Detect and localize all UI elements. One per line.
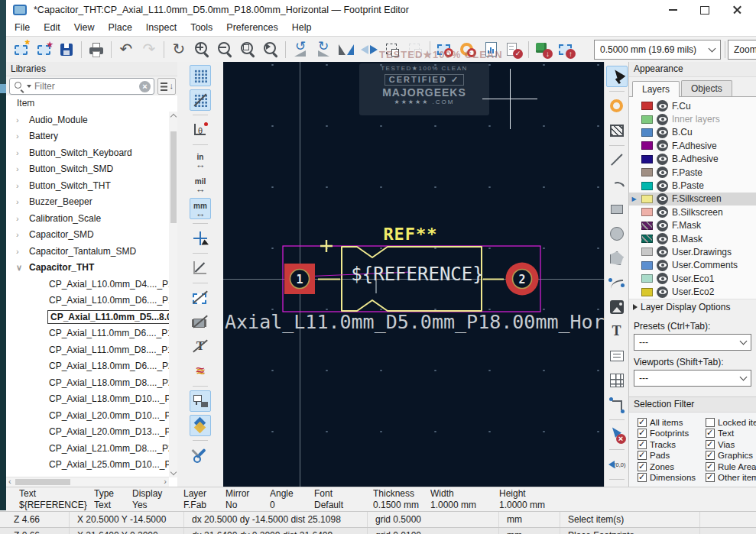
rectangle-tool-button[interactable] (606, 199, 628, 220)
list-item[interactable]: CP_Axial_L10.0mm_D4...._P15.00mm (6, 276, 177, 293)
grid-dots-button[interactable] (190, 65, 211, 86)
list-item[interactable]: CP_Axial_L10.0mm_D6...._P15.00mm (6, 293, 177, 309)
tree-expand-icon[interactable]: › (16, 197, 25, 206)
scroll-right-icon[interactable]: › (164, 477, 167, 486)
list-item[interactable]: CP_Axial_L11.0mm_D5...8.00mm_H (6, 309, 177, 325)
arc-tool-button[interactable] (606, 174, 628, 196)
filter-vias[interactable]: Vias (706, 440, 756, 449)
layer-row-inner-layers[interactable]: Inner layers (629, 112, 756, 125)
sketch-graphics-button[interactable] (190, 361, 211, 382)
clear-filter-icon[interactable] (139, 81, 151, 92)
list-item[interactable]: ›Button_Switch_Keyboard (6, 144, 177, 161)
layer-row-user-eco2[interactable]: User.Eco2 (629, 285, 756, 298)
list-item[interactable]: CP_Axial_L11.0mm_D8...._P15.00mm (6, 341, 177, 358)
menu-tools[interactable]: Tools (183, 20, 219, 36)
tree-collapse-icon[interactable]: ∨ (16, 263, 25, 273)
filter-input[interactable] (33, 80, 138, 92)
layer-color-swatch[interactable] (641, 115, 653, 124)
scrollbar-thumb[interactable] (170, 131, 177, 223)
list-item[interactable]: ›Button_Switch_THT (6, 177, 177, 194)
viewports-select[interactable]: --- (634, 370, 751, 387)
crosshair-cursor-button[interactable] (190, 228, 211, 249)
units-mil-button[interactable]: mil (190, 173, 211, 195)
flip-vertical-button[interactable] (335, 38, 358, 61)
search-options-caret-icon[interactable] (27, 85, 31, 88)
filter-pads[interactable]: Pads (638, 451, 706, 460)
visibility-eye-icon[interactable] (657, 114, 668, 125)
sketch-text-button[interactable] (190, 336, 211, 358)
scrollbar-thumb[interactable] (15, 479, 70, 485)
layer-display-options[interactable]: Layer Display Options (629, 299, 756, 315)
visibility-eye-icon[interactable] (657, 193, 668, 205)
list-item[interactable]: ›Buzzer_Beeper (6, 194, 177, 211)
redo-button[interactable] (138, 38, 161, 61)
layer-color-swatch[interactable] (641, 208, 653, 216)
undo-button[interactable] (115, 38, 138, 61)
select-tool-button[interactable] (606, 66, 628, 87)
layer-row-b-silkscreen[interactable]: B.Silkscreen (629, 206, 756, 218)
menu-inspect[interactable]: Inspect (139, 20, 183, 36)
rotate-cw-button[interactable] (312, 38, 335, 61)
tree-horizontal-scrollbar[interactable]: ‹ › (6, 477, 169, 487)
zoom-in-button[interactable] (190, 38, 213, 61)
list-item[interactable]: CP_Axial_L18.0mm_D6...._P25.00mm (6, 358, 177, 375)
checkbox-unchecked-icon[interactable] (706, 418, 715, 427)
footprint-name-text[interactable]: Axial_L11.0mm_D5.0mm_P18.00mm_Horizo (225, 311, 604, 333)
filter-text[interactable]: Text (706, 429, 756, 438)
sort-button[interactable] (157, 78, 176, 95)
sketch-pads-button[interactable] (190, 312, 211, 333)
visibility-eye-icon[interactable] (657, 167, 668, 178)
list-item[interactable]: CP_Axial_L20.0mm_D13..._P26.00mm (6, 424, 177, 441)
visibility-eye-icon[interactable] (657, 154, 668, 165)
layer-row-b-cu[interactable]: B.Cu (629, 126, 756, 139)
list-item[interactable]: ›Battery (6, 128, 177, 145)
zoom-selection-button[interactable] (259, 38, 282, 61)
rule-area-tool-button[interactable] (606, 120, 628, 141)
circle-tool-button[interactable] (606, 223, 628, 244)
list-item[interactable]: ›Capacitor_Tantalum_SMD (6, 243, 177, 260)
sketch-footprints-button[interactable] (190, 287, 211, 309)
text-tool-button[interactable] (606, 321, 628, 342)
tab-objects[interactable]: Objects (681, 80, 732, 96)
layer-row-f-silkscreen[interactable]: ▶F.Silkscreen (629, 193, 756, 206)
tree-expand-icon[interactable]: › (16, 148, 25, 157)
layer-row-b-mask[interactable]: B.Mask (629, 232, 756, 245)
properties-panel-button[interactable] (190, 390, 211, 412)
list-item[interactable]: ›Audio_Module (6, 112, 177, 128)
zoom-fit-button[interactable] (236, 38, 259, 61)
visibility-eye-icon[interactable] (657, 286, 668, 298)
layer-color-swatch[interactable] (641, 261, 653, 270)
new-footprint-button[interactable] (9, 38, 32, 61)
zoom-select[interactable]: Zoom (728, 40, 756, 60)
checkbox-checked-icon[interactable] (638, 418, 647, 427)
visibility-eye-icon[interactable] (657, 273, 668, 284)
menu-preferences[interactable]: Preferences (219, 20, 284, 36)
checkbox-checked-icon[interactable] (638, 440, 647, 449)
export-footprint-to-board-button[interactable] (555, 38, 578, 61)
visibility-eye-icon[interactable] (657, 100, 668, 112)
filter-all-items[interactable]: All items (638, 418, 706, 427)
layer-row-f-adhesive[interactable]: F.Adhesive (629, 139, 756, 152)
line-45-button[interactable] (190, 257, 211, 279)
pad-tool-button[interactable] (606, 95, 628, 117)
scroll-down-icon[interactable] (170, 469, 176, 475)
list-item[interactable]: CP_Axial_L18.0mm_D10..._P25.00mm (6, 391, 177, 408)
polarity-plus-marker[interactable] (320, 240, 333, 252)
bezier-tool-button[interactable] (606, 272, 628, 293)
grid-size-select[interactable]: 0.5000 mm (19.69 mils) (594, 40, 721, 60)
grid-override-button[interactable] (190, 89, 211, 111)
minimize-button[interactable] (657, 0, 689, 20)
list-item[interactable]: CP_Axial_L25.0mm_D10..._P30.00mm (6, 457, 177, 474)
scroll-left-icon[interactable]: ‹ (8, 477, 11, 486)
flip-horizontal-button[interactable] (358, 38, 381, 61)
menu-help[interactable]: Help (285, 20, 319, 36)
tree-expand-icon[interactable]: › (16, 181, 25, 190)
preferences-tools-button[interactable] (190, 445, 211, 466)
units-inch-button[interactable]: in (190, 149, 211, 170)
layer-row-f-cu[interactable]: F.Cu (629, 99, 756, 112)
menu-file[interactable]: File (8, 20, 37, 36)
tree-expand-icon[interactable]: › (16, 115, 25, 125)
anchor-tool-button[interactable] (606, 454, 628, 475)
maximize-button[interactable] (689, 0, 721, 20)
list-item[interactable]: CP_Axial_L21.0mm_D8...._P28.00mm (6, 440, 177, 457)
